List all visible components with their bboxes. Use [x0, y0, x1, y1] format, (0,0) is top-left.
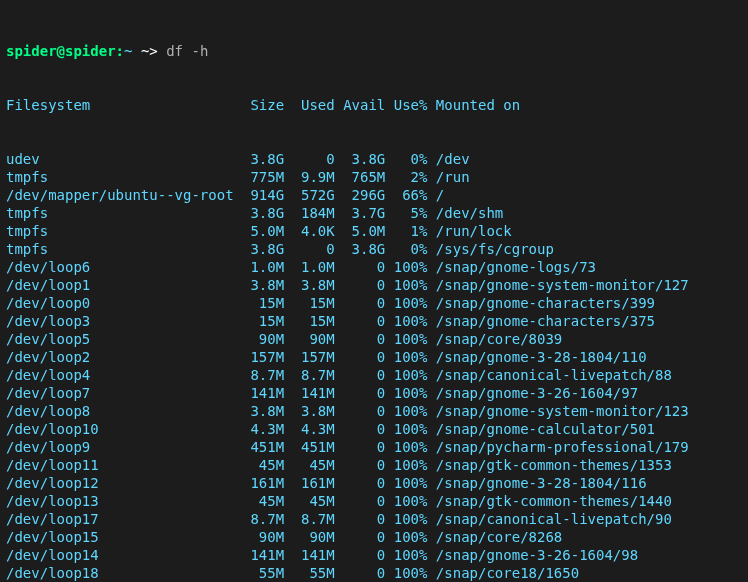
df-row: /dev/loop7 141M 141M 0 100% /snap/gnome-… [6, 384, 742, 402]
df-row: /dev/loop17 8.7M 8.7M 0 100% /snap/canon… [6, 510, 742, 528]
df-row: udev 3.8G 0 3.8G 0% /dev [6, 150, 742, 168]
terminal-output[interactable]: spider@spider:~ ~> df -h Filesystem Size… [0, 0, 748, 582]
df-row: /dev/loop3 15M 15M 0 100% /snap/gnome-ch… [6, 312, 742, 330]
df-row: /dev/loop10 4.3M 4.3M 0 100% /snap/gnome… [6, 420, 742, 438]
prompt-user-host: spider@spider [6, 43, 116, 59]
df-row: tmpfs 775M 9.9M 765M 2% /run [6, 168, 742, 186]
df-row: /dev/loop18 55M 55M 0 100% /snap/core18/… [6, 564, 742, 582]
df-row: /dev/loop9 451M 451M 0 100% /snap/pychar… [6, 438, 742, 456]
df-row: /dev/loop15 90M 90M 0 100% /snap/core/82… [6, 528, 742, 546]
df-row: /dev/loop0 15M 15M 0 100% /snap/gnome-ch… [6, 294, 742, 312]
df-row: /dev/loop1 3.8M 3.8M 0 100% /snap/gnome-… [6, 276, 742, 294]
df-row: /dev/loop6 1.0M 1.0M 0 100% /snap/gnome-… [6, 258, 742, 276]
df-row: /dev/loop5 90M 90M 0 100% /snap/core/803… [6, 330, 742, 348]
prompt-command: df -h [166, 43, 208, 59]
df-row: /dev/loop4 8.7M 8.7M 0 100% /snap/canoni… [6, 366, 742, 384]
prompt-line: spider@spider:~ ~> df -h [6, 42, 742, 60]
df-row: /dev/mapper/ubuntu--vg-root 914G 572G 29… [6, 186, 742, 204]
df-row: /dev/loop12 161M 161M 0 100% /snap/gnome… [6, 474, 742, 492]
df-rows: udev 3.8G 0 3.8G 0% /devtmpfs 775M 9.9M … [6, 150, 742, 582]
df-row: /dev/loop8 3.8M 3.8M 0 100% /snap/gnome-… [6, 402, 742, 420]
prompt-colon: : [116, 43, 124, 59]
df-row: /dev/loop13 45M 45M 0 100% /snap/gtk-com… [6, 492, 742, 510]
df-header-line: Filesystem Size Used Avail Use% Mounted … [6, 96, 742, 114]
df-row: /dev/loop11 45M 45M 0 100% /snap/gtk-com… [6, 456, 742, 474]
df-row: /dev/loop2 157M 157M 0 100% /snap/gnome-… [6, 348, 742, 366]
prompt-arrow: ~> [132, 43, 166, 59]
df-row: tmpfs 3.8G 0 3.8G 0% /sys/fs/cgroup [6, 240, 742, 258]
df-row: /dev/loop14 141M 141M 0 100% /snap/gnome… [6, 546, 742, 564]
df-row: tmpfs 5.0M 4.0K 5.0M 1% /run/lock [6, 222, 742, 240]
df-row: tmpfs 3.8G 184M 3.7G 5% /dev/shm [6, 204, 742, 222]
